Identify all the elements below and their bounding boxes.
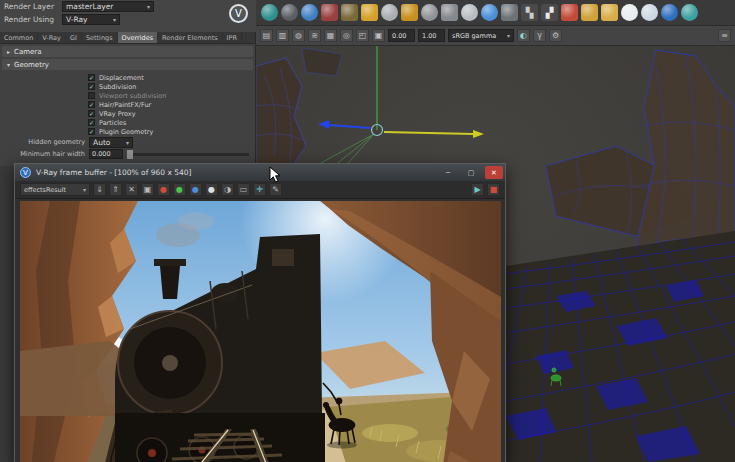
checker-bw-icon[interactable]: ▞ xyxy=(541,4,558,21)
gold-cup-icon[interactable] xyxy=(401,4,418,21)
magnet-icon[interactable] xyxy=(321,4,338,21)
isolate-select-icon[interactable]: ◰ xyxy=(356,29,369,42)
exposure-toggle-icon[interactable]: ◐ xyxy=(517,29,530,42)
xray-icon[interactable]: ▣ xyxy=(372,29,385,42)
green-channel-icon[interactable]: ● xyxy=(173,183,186,196)
checkbox[interactable]: ✓ xyxy=(88,119,95,126)
depth-of-field-icon[interactable]: ◎ xyxy=(340,29,353,42)
earth-globe-icon[interactable] xyxy=(301,4,318,21)
option-hair-paintfx-fur[interactable]: ✓ Hair/PaintFX/Fur xyxy=(0,100,255,109)
gamma-toggle-icon[interactable]: γ xyxy=(533,29,546,42)
render-using-dropdown[interactable]: V-Ray xyxy=(62,14,120,25)
tab-settings[interactable]: Settings xyxy=(82,32,118,43)
vfb-rendered-image[interactable] xyxy=(20,201,501,462)
gear-icon[interactable]: ⚙ xyxy=(549,29,562,42)
checkbox[interactable]: ✓ xyxy=(88,74,95,81)
section-camera[interactable]: Camera xyxy=(2,46,253,57)
teal-node-icon[interactable] xyxy=(681,4,698,21)
checkbox-label: Plugin Geometry xyxy=(99,128,153,136)
panel-menu-icon[interactable]: ≡ xyxy=(718,29,731,42)
tab-ipr[interactable]: IPR xyxy=(223,32,242,43)
tab-overrides[interactable]: Overrides xyxy=(118,32,159,43)
contrast-field[interactable]: 1.00 xyxy=(418,29,445,42)
option-particles[interactable]: ✓ Particles xyxy=(0,118,255,127)
render-settings-header: Render Layer masterLayer Render Using V-… xyxy=(0,0,256,32)
checkbox[interactable]: ✓ xyxy=(88,128,95,135)
cone-primitive-icon[interactable] xyxy=(441,4,458,21)
option-displacement[interactable]: ✓ Displacement xyxy=(0,73,255,82)
vfb-layer-value: effectsResult xyxy=(24,186,66,194)
blue-sphere-icon[interactable] xyxy=(481,4,498,21)
render-layer-label: Render Layer xyxy=(4,2,58,11)
blue-globe-icon[interactable] xyxy=(661,4,678,21)
save-image-icon[interactable]: ⇓ xyxy=(93,183,106,196)
maximize-button[interactable]: ▢ xyxy=(462,166,480,179)
exposure-field[interactable]: 0.00 xyxy=(388,29,415,42)
option-vray-proxy[interactable]: ✓ VRay Proxy xyxy=(0,109,255,118)
option-plugin-geometry[interactable]: ✓ Plugin Geometry xyxy=(0,127,255,136)
slider-handle[interactable] xyxy=(127,150,133,159)
min-hair-width-slider[interactable] xyxy=(127,153,249,156)
paint-bucket-icon[interactable] xyxy=(341,4,358,21)
checkbox[interactable] xyxy=(88,92,95,99)
clear-image-icon[interactable]: ✕ xyxy=(125,183,138,196)
duplicate-buffer-icon[interactable]: ▣ xyxy=(141,183,154,196)
vfb-layer-dropdown[interactable]: effectsResult xyxy=(20,183,90,196)
checkbox[interactable]: ✓ xyxy=(88,83,95,90)
gray-sphere-icon[interactable] xyxy=(421,4,438,21)
render-settings-panel: Common V-Ray GI Settings Overrides Rende… xyxy=(0,32,256,166)
folder-icon[interactable] xyxy=(581,4,598,21)
trophy-icon[interactable] xyxy=(361,4,378,21)
render-layer-dropdown[interactable]: masterLayer xyxy=(62,1,154,12)
cloud-alt-icon[interactable] xyxy=(641,4,658,21)
geometry-options-list: ✓ Displacement ✓ Subdivision Viewport su… xyxy=(0,73,255,136)
minimize-button[interactable]: ─ xyxy=(439,166,457,179)
chevron-down-icon xyxy=(144,2,150,11)
alpha-channel-icon[interactable]: ● xyxy=(205,183,218,196)
tab-common[interactable]: Common xyxy=(0,32,38,43)
checkbox-label: VRay Proxy xyxy=(99,110,136,118)
blue-channel-icon[interactable]: ● xyxy=(189,183,202,196)
color-ramp-icon[interactable] xyxy=(561,4,578,21)
vray-frame-buffer-window[interactable]: V V-Ray frame buffer - [100% of 960 x 54… xyxy=(14,163,506,462)
viewport-toolbar: ▤▥◍≋▦◎◰▣ 0.00 1.00 sRGB gamma ◐γ⚙ ≡ xyxy=(256,26,735,46)
dark-sphere-tool-icon[interactable] xyxy=(281,4,298,21)
region-render-icon[interactable]: ▭ xyxy=(237,183,250,196)
lighting-icon[interactable]: ▤ xyxy=(260,29,273,42)
option-viewport-subdivision[interactable]: Viewport subdivision xyxy=(0,91,255,100)
section-geometry[interactable]: Geometry xyxy=(2,59,253,70)
load-image-icon[interactable]: ⇑ xyxy=(109,183,122,196)
tab-render-elements[interactable]: Render Elements xyxy=(158,32,223,43)
hidden-geometry-dropdown[interactable]: Auto xyxy=(89,137,133,148)
close-button[interactable]: ✕ xyxy=(485,166,503,179)
checkbox-label: Particles xyxy=(99,119,126,127)
stamp-icon[interactable]: ✎ xyxy=(269,183,282,196)
multisampling-icon[interactable]: ▦ xyxy=(324,29,337,42)
cloud-icon[interactable] xyxy=(621,4,638,21)
colorspace-dropdown[interactable]: sRGB gamma xyxy=(448,29,514,42)
ambient-occlusion-icon[interactable]: ◍ xyxy=(292,29,305,42)
checkbox-label: Subdivision xyxy=(99,83,136,91)
tab-vray[interactable]: V-Ray xyxy=(38,32,66,43)
checkbox[interactable]: ✓ xyxy=(88,110,95,117)
folder-open-icon[interactable] xyxy=(601,4,618,21)
red-channel-icon[interactable]: ● xyxy=(157,183,170,196)
checkbox[interactable]: ✓ xyxy=(88,101,95,108)
tab-gi[interactable]: GI xyxy=(66,32,82,43)
render-last-icon[interactable]: ▶ xyxy=(471,183,484,196)
spheres-pair-icon[interactable] xyxy=(381,4,398,21)
checker-sphere-icon[interactable] xyxy=(461,4,478,21)
option-subdivision[interactable]: ✓ Subdivision xyxy=(0,82,255,91)
chevron-down-icon xyxy=(7,61,10,69)
min-hair-width-label: Minimum hair width xyxy=(2,150,85,158)
track-mouse-icon[interactable]: ✛ xyxy=(253,183,266,196)
stop-render-icon[interactable]: ■ xyxy=(487,183,500,196)
plane-primitive-icon[interactable] xyxy=(501,4,518,21)
motion-blur-icon[interactable]: ≋ xyxy=(308,29,321,42)
shadows-icon[interactable]: ▥ xyxy=(276,29,289,42)
vfb-titlebar[interactable]: V V-Ray frame buffer - [100% of 960 x 54… xyxy=(15,164,505,181)
min-hair-width-input[interactable]: 0.000 xyxy=(89,149,123,159)
monochrome-icon[interactable]: ◑ xyxy=(221,183,234,196)
texture-checker-icon[interactable]: ▚ xyxy=(521,4,538,21)
teal-sphere-tool-icon[interactable] xyxy=(261,4,278,21)
